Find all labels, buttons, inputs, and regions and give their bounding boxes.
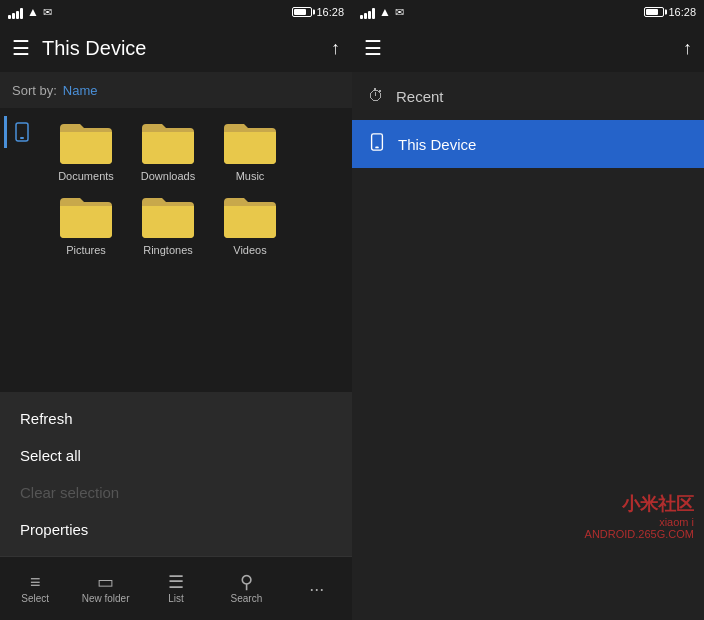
toolbar-search[interactable]: ⚲ Search: [211, 573, 281, 604]
right-battery-fill: [646, 9, 658, 15]
folder-downloads-label: Downloads: [141, 170, 195, 182]
toolbar-select[interactable]: ≡ Select: [0, 573, 70, 604]
up-arrow-icon[interactable]: ↑: [331, 38, 340, 59]
recent-icon: ⏱: [368, 87, 384, 105]
watermark: 小米社区 xiaom i ANDROID.265G.COM: [585, 492, 694, 540]
folder-videos-label: Videos: [233, 244, 266, 256]
wifi-icon: ▲: [27, 5, 39, 19]
left-status-left: ▲ ✉: [8, 5, 52, 19]
nav-recent-label: Recent: [396, 88, 444, 105]
bottom-toolbar: ≡ Select ▭ New folder ☰ List ⚲ Search ··…: [0, 556, 352, 620]
right-panel: ▲ ✉ 16:28 ☰ ↑ ⏱ Recent: [352, 0, 704, 620]
page-title: This Device: [42, 37, 319, 60]
right-status-left: ▲ ✉: [360, 5, 404, 19]
svg-rect-1: [20, 137, 24, 139]
r-signal-bar-1: [360, 15, 363, 19]
device-nav-icon[interactable]: [4, 116, 36, 148]
folder-ringtones-label: Ringtones: [143, 244, 193, 256]
folder-ringtones[interactable]: Ringtones: [132, 192, 204, 256]
toolbar-list-label: List: [168, 593, 184, 604]
battery-tip: [313, 10, 315, 15]
battery-icon: [292, 7, 312, 17]
right-wifi-icon: ▲: [379, 5, 391, 19]
sidebar-nav: [0, 108, 40, 392]
right-battery-icon: [644, 7, 664, 17]
right-message-icon: ✉: [395, 6, 404, 19]
folder-pictures-label: Pictures: [66, 244, 106, 256]
nav-recent[interactable]: ⏱ Recent: [352, 72, 704, 120]
battery-fill: [294, 9, 306, 15]
sort-bar: Sort by: Name: [0, 72, 352, 108]
search-icon: ⚲: [240, 573, 253, 591]
toolbar-new-folder-label: New folder: [82, 593, 130, 604]
folder-music-icon: [222, 118, 278, 166]
left-status-right: 16:28: [292, 6, 344, 18]
signal-bars: [8, 5, 23, 19]
watermark-url: ANDROID.265G.COM: [585, 528, 694, 540]
list-icon: ☰: [168, 573, 184, 591]
signal-bar-1: [8, 15, 11, 19]
select-icon: ≡: [30, 573, 41, 591]
more-icon: ···: [309, 580, 324, 598]
context-menu: Refresh Select all Clear selection Prope…: [0, 392, 352, 556]
device-icon: [368, 133, 386, 155]
right-hamburger-menu-icon[interactable]: ☰: [364, 36, 382, 60]
context-select-all[interactable]: Select all: [0, 437, 352, 474]
folder-documents-label: Documents: [58, 170, 114, 182]
watermark-pinyin: xiaom i: [585, 516, 694, 528]
folder-pictures[interactable]: Pictures: [50, 192, 122, 256]
folder-ringtones-icon: [140, 192, 196, 240]
r-signal-bar-3: [368, 11, 371, 19]
right-time-display: 16:28: [668, 6, 696, 18]
toolbar-more[interactable]: ···: [282, 580, 352, 598]
toolbar-select-label: Select: [21, 593, 49, 604]
signal-bar-3: [16, 11, 19, 19]
time-display: 16:28: [316, 6, 344, 18]
right-up-arrow-icon[interactable]: ↑: [683, 38, 692, 59]
toolbar-search-label: Search: [231, 593, 263, 604]
folder-videos[interactable]: Videos: [214, 192, 286, 256]
sort-label: Sort by:: [12, 83, 57, 98]
r-signal-bar-2: [364, 13, 367, 19]
new-folder-icon: ▭: [97, 573, 114, 591]
content-area: Documents Downloads Musi: [0, 108, 352, 392]
folder-music[interactable]: Music: [214, 118, 286, 182]
folder-music-label: Music: [236, 170, 265, 182]
svg-rect-3: [375, 147, 379, 149]
right-title-bar: ☰ ↑: [352, 24, 704, 72]
watermark-cn: 小米社区: [585, 492, 694, 516]
right-signal-bars: [360, 5, 375, 19]
folder-documents-icon: [58, 118, 114, 166]
right-status-bar: ▲ ✉ 16:28: [352, 0, 704, 24]
context-properties[interactable]: Properties: [0, 511, 352, 548]
sort-value[interactable]: Name: [63, 83, 98, 98]
toolbar-new-folder[interactable]: ▭ New folder: [70, 573, 140, 604]
signal-bar-4: [20, 8, 23, 19]
signal-bar-2: [12, 13, 15, 19]
right-battery-tip: [665, 10, 667, 15]
right-status-right: 16:28: [644, 6, 696, 18]
hamburger-menu-icon[interactable]: ☰: [12, 36, 30, 60]
left-title-bar: ☰ This Device ↑: [0, 24, 352, 72]
left-panel: ▲ ✉ 16:28 ☰ This Device ↑ Sort by: Name: [0, 0, 352, 620]
message-icon: ✉: [43, 6, 52, 19]
folder-pictures-icon: [58, 192, 114, 240]
nav-this-device-label: This Device: [398, 136, 476, 153]
left-status-bar: ▲ ✉ 16:28: [0, 0, 352, 24]
folder-downloads[interactable]: Downloads: [132, 118, 204, 182]
folder-downloads-icon: [140, 118, 196, 166]
context-refresh[interactable]: Refresh: [0, 400, 352, 437]
folder-grid: Documents Downloads Musi: [40, 108, 352, 392]
folder-documents[interactable]: Documents: [50, 118, 122, 182]
r-signal-bar-4: [372, 8, 375, 19]
nav-this-device[interactable]: This Device: [352, 120, 704, 168]
folder-videos-icon: [222, 192, 278, 240]
toolbar-list[interactable]: ☰ List: [141, 573, 211, 604]
context-clear-selection: Clear selection: [0, 474, 352, 511]
